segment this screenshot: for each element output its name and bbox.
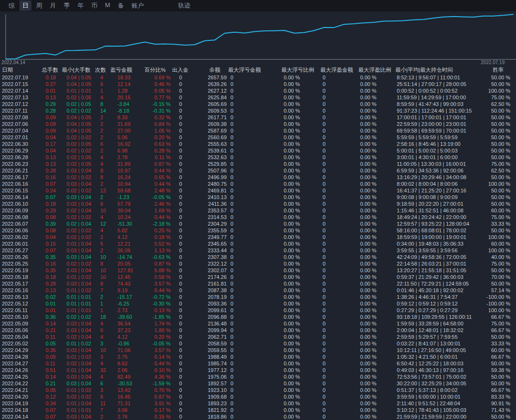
table-row[interactable]: 2022.07.060.090.04 | 0.05221.690.84 %026…	[0, 121, 516, 127]
table-row[interactable]: 2022.06.010.150.01 | 0.04512.210.52 %023…	[0, 240, 516, 247]
column-header[interactable]: 最小|平均|最大持仓时间	[395, 66, 482, 74]
table-row[interactable]: 2022.07.080.090.04 | 0.0528.330.32 %0261…	[0, 114, 516, 121]
column-header[interactable]: 次数	[95, 66, 110, 74]
table-row[interactable]: 2022.07.120.290.02 | 0.058-3.84-0.15 %02…	[0, 101, 516, 107]
table-row[interactable]: 2022.06.090.290.02 | 0.041039.041.69 %02…	[0, 207, 516, 214]
table-row[interactable]: 2022.06.280.130.02 | 0.0542.780.11 %0253…	[0, 154, 516, 161]
table-row[interactable]: 2022.06.080.080.02 | 0.02410.240.44 %023…	[0, 214, 516, 220]
table-row[interactable]: 2022.06.210.280.03 | 0.04810.970.44 %025…	[0, 167, 516, 174]
table-row[interactable]: 2022.05.120.010.01 | 0.011-6.25-0.30 %02…	[0, 300, 516, 307]
table-cell: 0.00 %	[281, 393, 320, 400]
table-row[interactable]: 2022.04.280.050.01 | 0.0232.750.14 %0198…	[0, 353, 516, 360]
table-row[interactable]: 2022.04.190.340.01 | 0.041171.313.91 %01…	[0, 400, 516, 407]
table-cell: 0.00 %	[358, 174, 395, 181]
table-cell: 0	[320, 340, 358, 347]
table-row[interactable]: 2022.05.130.020.01 | 0.012-15.17-0.72 %0…	[0, 294, 516, 300]
table-cell: 0	[320, 274, 358, 280]
tab-币[interactable]: 币	[88, 0, 100, 11]
table-row[interactable]: 2022.07.190.180.04 | 0.05418.330.69 %026…	[0, 74, 516, 81]
table-cell: 0.44 %	[144, 360, 172, 367]
tab-综[interactable]: 综	[6, 0, 18, 11]
table-cell: 0.00 %	[358, 360, 395, 367]
table-cell: 75.00 %	[482, 320, 513, 327]
table-row[interactable]: 2022.07.140.010.01 | 0.0111.280.05 %0262…	[0, 87, 516, 94]
table-row[interactable]: 2022.06.100.180.02 | 0.04657.792.46 %024…	[0, 200, 516, 207]
table-row[interactable]: 2022.06.300.170.02 | 0.05616.020.63 %025…	[0, 141, 516, 147]
table-row[interactable]: 2022.06.150.240.02 | 0.021259.682.48 %02…	[0, 187, 516, 194]
table-cell: 0.00 %	[358, 81, 395, 87]
column-header[interactable]: 余额	[201, 66, 228, 74]
table-row[interactable]: 2022.06.230.130.02 | 0.05421.890.87 %025…	[0, 161, 516, 167]
table-row[interactable]: 2022.07.150.270.04 | 0.05612.140.46 %026…	[0, 81, 516, 87]
table-row[interactable]: 2022.05.180.180.01 | 0.021012.450.58 %02…	[0, 274, 516, 280]
table-cell: 0.00 %	[281, 254, 320, 260]
table-row[interactable]: 2022.05.100.360.02 | 0.0218-39.60-1.85 %…	[0, 314, 516, 320]
column-header[interactable]: 盈亏金额	[110, 66, 144, 74]
table-row[interactable]: 2022.04.220.210.03 | 0.046-30.53-1.59 %0…	[0, 380, 516, 387]
table-cell: 14	[95, 107, 110, 114]
table-cell: 0.00 %	[281, 360, 320, 367]
tab-备[interactable]: 备	[115, 0, 127, 11]
table-row[interactable]: 2022.05.160.130.01 | 0.0279.190.44 %0208…	[0, 287, 516, 294]
column-header[interactable]: 百分比%	[144, 66, 172, 74]
table-row[interactable]: 2022.06.140.070.03 | 0.042-1.23-0.05 %02…	[0, 194, 516, 200]
table-cell: 0.65 %	[144, 174, 172, 181]
table-row[interactable]: 2022.06.070.390.02 | 0.0412-51.30-2.18 %…	[0, 220, 516, 227]
table-row[interactable]: 2022.07.010.040.02 | 0.0225.060.20 %0256…	[0, 134, 516, 141]
table-row[interactable]: 2022.06.020.040.02 | 0.0224.120.18 %0234…	[0, 234, 516, 240]
table-row[interactable]: 2022.07.040.090.04 | 0.05227.001.05 %025…	[0, 127, 516, 134]
table-cell: 0.00 %	[358, 200, 395, 207]
table-row[interactable]: 2022.07.110.280.02 | 0.0214-8.18-0.31 %0…	[0, 107, 516, 114]
table-row[interactable]: 2022.04.200.120.02 | 0.02616.450.87 %019…	[0, 393, 516, 400]
tab-月[interactable]: 月	[47, 0, 59, 11]
column-header[interactable]: 最大浮盈金额	[320, 66, 358, 74]
column-header[interactable]: 出入金	[172, 66, 201, 74]
table-cell: 0.00 %	[281, 413, 320, 420]
table-cell: 0.10 %	[144, 367, 172, 373]
tab-周[interactable]: 周	[33, 0, 45, 11]
table-row[interactable]: 2022.04.140.070.03 | 0.0422.760.15 %0181…	[0, 413, 516, 420]
column-header[interactable]: 总手数	[42, 66, 62, 74]
table-cell: 0.05	[42, 353, 62, 360]
table-row[interactable]: 2022.05.270.070.03 | 0.04226.061.13 %023…	[0, 247, 516, 254]
column-header[interactable]: 日期	[2, 66, 42, 74]
table-row[interactable]: 2022.06.170.160.02 | 0.02816.240.65 %024…	[0, 174, 516, 181]
table-row[interactable]: 2022.04.180.070.01 | 0.0173.060.17 %0182…	[0, 407, 516, 413]
column-header[interactable]: 最小|大手数	[62, 66, 95, 74]
table-row[interactable]: 2022.05.060.210.03 | 0.04637.231.80 %020…	[0, 327, 516, 334]
table-row[interactable]: 2022.06.060.080.02 | 0.0245.820.25 %0235…	[0, 227, 516, 234]
tab-季[interactable]: 季	[61, 0, 73, 11]
table-row[interactable]: 2022.06.290.040.02 | 0.0226.980.28 %0253…	[0, 147, 516, 154]
table-row[interactable]: 2022.05.170.280.03 | 0.04874.433.57 %021…	[0, 280, 516, 287]
table-cell: 0.00 %	[281, 353, 320, 360]
table-row[interactable]: 2022.04.290.350.03 | 0.041071.063.57 %02…	[0, 347, 516, 353]
table-cell: 2.46 %	[144, 200, 172, 207]
table-row[interactable]: 2022.04.210.050.01 | 0.02313.420.70 %019…	[0, 387, 516, 393]
table-row[interactable]: 2022.04.260.510.01 | 0.04322.060.10 %019…	[0, 367, 516, 373]
tab-trail[interactable]: 轨迹	[175, 0, 193, 11]
column-header[interactable]: 胜率	[482, 66, 513, 74]
table-cell: 0.00 %	[358, 380, 395, 387]
table-cell: 1:38:26 | 4:46:31 | 7:54:37	[395, 294, 482, 300]
table-row[interactable]: 2022.05.250.160.02 | 0.02820.050.87 %023…	[0, 260, 516, 267]
table-row[interactable]: 2022.05.190.350.03 | 0.0410127.815.88 %0…	[0, 267, 516, 274]
table-cell: 0.44 %	[144, 181, 172, 187]
column-header[interactable]: 最大浮亏金额	[228, 66, 281, 74]
table-row[interactable]: 2022.05.090.140.03 | 0.04436.541.74 %021…	[0, 320, 516, 327]
tab-年[interactable]: 年	[75, 0, 86, 11]
column-header[interactable]: 最大浮亏比例	[281, 66, 320, 74]
table-row[interactable]: 2022.05.110.010.01 | 0.0112.730.13 %0209…	[0, 307, 516, 314]
tab-M[interactable]: M	[102, 0, 113, 11]
column-header[interactable]: 最大浮盈比例	[358, 66, 395, 74]
table-row[interactable]: 2022.04.250.140.03 | 0.04482.494.36 %019…	[0, 373, 516, 380]
tab-账户[interactable]: 账户	[129, 0, 147, 11]
table-row[interactable]: 2022.05.260.350.03 | 0.0410-14.74-0.63 %…	[0, 254, 516, 260]
table-cell: 0.02 | 0.02	[62, 214, 95, 220]
tab-日[interactable]: 日	[19, 0, 31, 11]
table-row[interactable]: 2022.05.020.050.01 | 0.023-0.96-0.05 %02…	[0, 340, 516, 347]
table-cell: 30:22:00 | 32:25:29 | 34:00:05	[395, 380, 482, 387]
table-row[interactable]: 2022.05.040.110.02 | 0.0444.120.20 %0206…	[0, 334, 516, 340]
table-row[interactable]: 2022.07.130.130.02 | 0.05420.150.77 %026…	[0, 94, 516, 101]
table-row[interactable]: 2022.06.160.070.03 | 0.04210.940.44 %024…	[0, 181, 516, 187]
table-row[interactable]: 2022.04.270.110.02 | 0.0448.620.44 %0198…	[0, 360, 516, 367]
